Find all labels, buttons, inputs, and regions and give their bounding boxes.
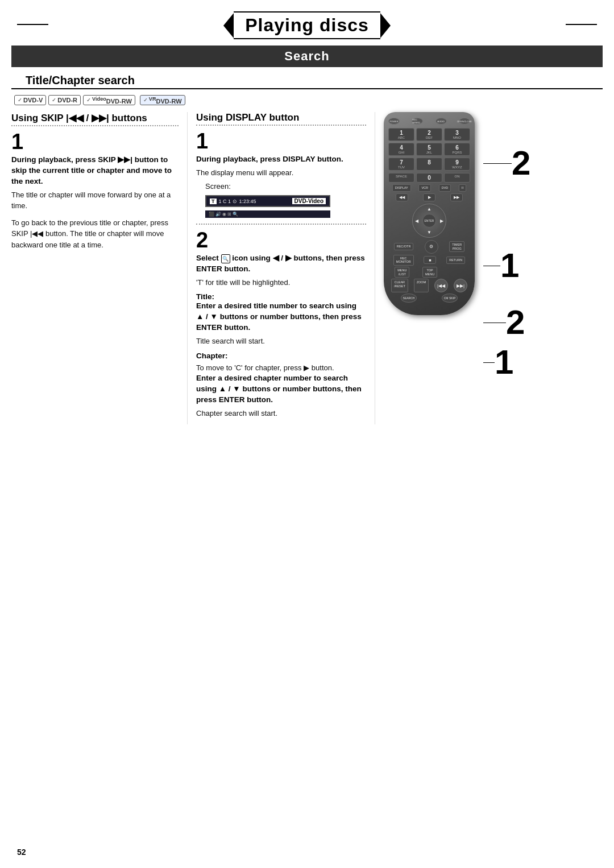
mid-step2-bold: Select 🔍 icon using ◀ / ▶ buttons, then … — [196, 253, 366, 275]
remote-playback-row: ◀◀ ▶ ▶▶ — [388, 193, 470, 201]
disc-badge-vr-dvdrw: ✓ VRDVD-RW — [140, 95, 185, 106]
remote-menu-row: MENU/LIST TOPMENU — [388, 267, 470, 278]
remote-btn-1[interactable]: 1 ABC — [388, 128, 414, 141]
remote-bottom-row: SEARCH CM SKIP — [388, 294, 470, 303]
left-title-text: Using SKIP |◀◀ / ▶▶| buttons — [11, 112, 147, 124]
callout-2-bot: 2 — [483, 305, 525, 340]
remote-open-close-btn[interactable]: OPEN/CLOSE — [459, 118, 470, 125]
remote-btn-6[interactable]: 6 PQRS — [444, 143, 470, 156]
mid-dots-divider2 — [196, 224, 366, 225]
remote-display-btn[interactable]: DISPLAY — [392, 184, 411, 192]
remote-rec-otr-btn[interactable]: REC/OTR — [394, 243, 414, 250]
remote-ff-btn[interactable]: ▶▶ — [450, 193, 463, 201]
screen-content-left: T 1 C 1 ⊙ 1:23:45 — [210, 199, 256, 204]
chapter-section-note: Chapter search will start. — [196, 408, 366, 419]
remote-btn-3[interactable]: 3 MNO — [444, 128, 470, 141]
disc-badge-dvdr: ✓ DVD-R — [48, 95, 81, 106]
remote-dvd-btn[interactable]: DVD — [439, 184, 451, 192]
screen-time: 1:23:45 — [239, 199, 256, 204]
mid-dots-divider — [196, 125, 366, 126]
screen-mockup-container: T 1 C 1 ⊙ 1:23:45 DVD-Video ⬛ 🔊 ◉ ⊞ 🔍 — [205, 195, 366, 218]
callout-1-bot: 1 — [483, 345, 513, 379]
callout-number-1-mid: 1 — [500, 249, 519, 283]
dvdr-label: DVD-R — [57, 97, 77, 104]
left-step1-normal: The title or chapter will move forward b… — [11, 189, 179, 212]
left-step1-extra: To go back to the previous title or chap… — [11, 217, 179, 251]
mid-step1-number: 1 — [196, 130, 366, 152]
remote-skip-row: CLEAR/RESET ZOOM |◀◀ ▶▶| — [388, 279, 470, 292]
remote-power-btn[interactable]: POWER — [388, 118, 400, 125]
remote-btn-0[interactable]: 0 — [416, 173, 442, 183]
remote-play-btn[interactable]: ▶ — [423, 193, 435, 201]
left-step1-number: 1 — [11, 131, 179, 152]
remote-audio-btn[interactable]: AUDIO — [435, 118, 447, 125]
search-bar: Search — [11, 46, 603, 67]
callout-line-2bot — [483, 323, 506, 323]
screen-icon-3: ◉ — [222, 212, 226, 217]
mid-step2: 2 Select 🔍 icon using ◀ / ▶ buttons, the… — [196, 229, 366, 419]
screen-icon-4: ⊞ — [227, 212, 231, 217]
remote-skip-fwd-btn[interactable]: ▶▶| — [454, 279, 467, 292]
right-column: POWER REC SPEED AUDIO OPEN/CLOSE 1 — [375, 112, 603, 424]
remote-setup-btn[interactable]: ⚙ — [425, 240, 438, 254]
remote-menu-list-btn[interactable]: MENU/LIST — [395, 267, 409, 278]
nav-left-icon[interactable]: ◀ — [415, 218, 418, 223]
left-step1: 1 During playback, press SKIP ▶▶| button… — [11, 131, 179, 250]
remote-rewind-btn[interactable]: ◀◀ — [396, 193, 408, 201]
dvdv-icon: ✓ — [18, 97, 22, 103]
remote-space-zero-row: SPACE 0 ON — [388, 173, 470, 183]
callout-number-2-bot: 2 — [506, 305, 525, 340]
remote-search-btn[interactable]: SEARCH — [401, 294, 417, 303]
remote-with-labels: POWER REC SPEED AUDIO OPEN/CLOSE 1 — [384, 112, 603, 315]
screen-icon-1: ⬛ — [209, 212, 214, 217]
nav-down-icon[interactable]: ▼ — [427, 230, 432, 235]
title-arrow-right-icon — [380, 13, 391, 38]
remote-btn-2[interactable]: 2 DEF — [416, 128, 442, 141]
remote-btn-9[interactable]: 9 WXYZ — [444, 158, 470, 171]
chapter-section-label: Chapter: — [196, 352, 366, 360]
remote-btn-space[interactable]: SPACE — [388, 173, 414, 183]
remote-number-grid: 1 ABC 2 DEF 3 MNO 4 GHI — [388, 128, 470, 171]
remote-top-menu-btn[interactable]: TOPMENU — [422, 267, 437, 278]
remote-skip-back-btn[interactable]: |◀◀ — [434, 279, 448, 292]
screen-t-indicator: T — [210, 199, 217, 204]
remote-timer-btn[interactable]: TIMERPROG — [449, 241, 464, 252]
remote-btn-on[interactable]: ON — [444, 173, 470, 183]
mid-subsection-title: Using DISPLAY button — [196, 112, 366, 123]
title-section: Title: Enter a desired title number to s… — [196, 292, 366, 346]
remote-rec-speed-btn[interactable]: REC SPEED — [412, 118, 423, 125]
nav-up-icon[interactable]: ▲ — [427, 206, 432, 212]
mid-title-text: Using DISPLAY button — [196, 112, 299, 123]
nav-right-icon[interactable]: ▶ — [440, 218, 443, 223]
remote-nav-btn[interactable]: ▲ ▼ ◀ ▶ ENTER — [412, 204, 446, 238]
mid-step1: 1 During playback, press DISPLAY button.… — [196, 130, 366, 218]
chapter-section: Chapter: To move to 'C' for chapter, pre… — [196, 352, 366, 419]
remote-setup-row: REC/OTR ⚙ TIMERPROG — [388, 240, 470, 254]
page-title-container: Playing discs — [0, 6, 614, 43]
section-heading: Title/Chapter search — [11, 69, 603, 89]
remote-pause-btn[interactable]: II — [459, 184, 466, 192]
screen-counters: 1 C 1 ⊙ — [219, 199, 237, 204]
remote-btn-4[interactable]: 4 GHI — [388, 143, 414, 156]
remote-btn-7[interactable]: 7 TUV — [388, 158, 414, 171]
title-section-text: Enter a desired title number to search u… — [196, 301, 366, 333]
dvdr-icon: ✓ — [52, 97, 56, 103]
page-title: Playing discs — [234, 11, 380, 39]
remote-enter-btn[interactable]: ENTER — [422, 214, 436, 228]
remote-vcr-btn[interactable]: VCR — [418, 184, 431, 192]
remote-btn-5[interactable]: 5 JKL — [416, 143, 442, 156]
remote-zoom-btn[interactable]: ZOOM — [414, 279, 429, 292]
remote-stop-btn[interactable]: ■ — [424, 256, 436, 264]
title-section-note: Title search will start. — [196, 336, 366, 347]
disc-badge-video-dvdrw: ✓ VideoDVD-RW — [83, 95, 135, 106]
remote-clear-btn[interactable]: CLEAR/RESET — [391, 279, 408, 292]
remote-top-buttons: POWER REC SPEED AUDIO OPEN/CLOSE — [388, 118, 470, 125]
chapter-section-bold: Enter a desired chapter number to search… — [196, 373, 366, 406]
mid-step1-normal: The display menu will appear. — [196, 167, 366, 179]
left-column: Using SKIP |◀◀ / ▶▶| buttons 1 During pl… — [11, 112, 188, 424]
remote-rec-monitor-btn[interactable]: RECMONITOR — [393, 255, 414, 266]
video-dvdrw-label: VideoDVD-RW — [92, 96, 132, 105]
remote-cm-skip-btn[interactable]: CM SKIP — [442, 294, 458, 303]
remote-return-btn[interactable]: RETURN — [446, 257, 465, 264]
remote-btn-8[interactable]: 8 — [416, 158, 442, 171]
